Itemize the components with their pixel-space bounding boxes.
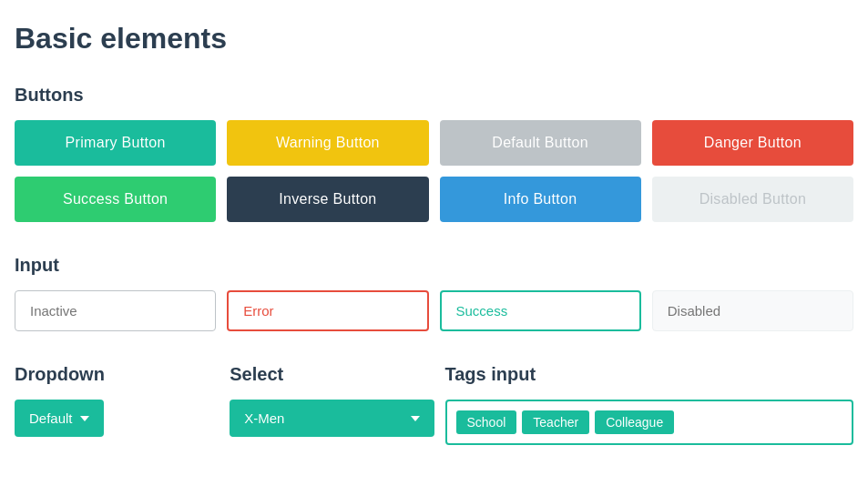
primary-button[interactable]: Primary Button [15,120,216,166]
tag-teacher[interactable]: Teacher [522,410,589,434]
disabled-button: Disabled Button [652,177,853,222]
default-button[interactable]: Default Button [440,120,641,166]
buttons-section: Buttons Primary Button Warning Button De… [15,85,853,222]
page-title: Basic elements [15,22,853,56]
select-value: X-Men [244,410,284,426]
select-section-title: Select [230,364,434,385]
input-section-title: Input [15,255,853,276]
dropdown-button[interactable]: Default [15,400,104,437]
input-section: Input [15,255,853,331]
danger-button[interactable]: Danger Button [652,120,853,166]
info-button[interactable]: Info Button [440,177,641,222]
error-input[interactable] [227,290,428,331]
select-arrow-icon [411,416,420,421]
buttons-section-title: Buttons [15,85,853,106]
select-control[interactable]: X-Men [230,400,434,437]
disabled-input [652,290,853,331]
tags-section: Tags input School Teacher Colleague [445,364,854,445]
inputs-grid [15,290,853,331]
inactive-input[interactable] [15,290,216,331]
success-button[interactable]: Success Button [15,177,216,222]
dropdown-label: Default [29,410,73,426]
tag-colleague[interactable]: Colleague [595,410,674,434]
buttons-grid: Primary Button Warning Button Default Bu… [15,120,853,222]
success-input[interactable] [440,290,641,331]
select-section: Select X-Men [230,364,434,437]
tags-container[interactable]: School Teacher Colleague [445,400,854,445]
bottom-sections-grid: Dropdown Default Select X-Men Tags input… [15,364,853,445]
inverse-button[interactable]: Inverse Button [227,177,428,222]
dropdown-arrow-icon [80,416,89,421]
dropdown-section-title: Dropdown [15,364,219,385]
tag-school[interactable]: School [456,410,517,434]
tags-section-title: Tags input [445,364,854,385]
bottom-section: Dropdown Default Select X-Men Tags input… [15,364,853,445]
dropdown-section: Dropdown Default [15,364,219,437]
warning-button[interactable]: Warning Button [227,120,428,166]
